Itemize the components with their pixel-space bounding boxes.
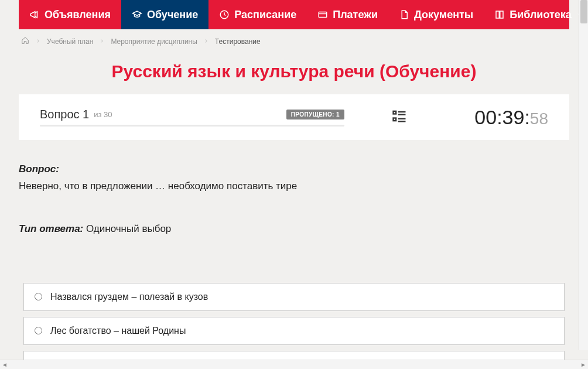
vertical-scrollbar[interactable] <box>579 0 588 350</box>
nav-label: Расписание <box>234 9 296 21</box>
scrollbar-thumb[interactable] <box>580 0 587 23</box>
answer-option[interactable]: Назвался груздем – полезай в кузов <box>23 283 565 311</box>
question-progress: Вопрос 1 из 30 ПРОПУЩЕНО: 1 <box>40 108 344 127</box>
status-bar: Вопрос 1 из 30 ПРОПУЩЕНО: 1 00:39:58 <box>19 94 569 140</box>
breadcrumb-item[interactable]: Мероприятие дисциплины <box>111 37 197 46</box>
nav-label: Библиотека <box>510 9 572 21</box>
megaphone-icon <box>29 9 40 20</box>
breadcrumb-current: Тестирование <box>215 37 261 46</box>
radio-input[interactable] <box>35 327 42 334</box>
nav-learning[interactable]: Обучение <box>121 0 208 29</box>
progress-bar <box>40 125 344 127</box>
question-body: Вопрос: Неверно, что в предложении … нео… <box>19 140 569 247</box>
nav-label: Платежи <box>333 9 378 21</box>
question-number: Вопрос 1 <box>40 108 89 121</box>
timer-seconds: 58 <box>530 110 548 128</box>
answer-type-label: Тип ответа: <box>19 223 83 234</box>
nav-payments[interactable]: Платежи <box>307 0 388 29</box>
nav-label: Объявления <box>45 9 111 21</box>
book-icon <box>494 9 505 20</box>
skipped-badge: ПРОПУЩЕНО: 1 <box>286 110 344 119</box>
option-text: Назвался груздем – полезай в кузов <box>50 292 208 302</box>
page-title: Русский язык и культура речи (Обучение) <box>19 62 569 81</box>
nav-documents[interactable]: Документы <box>388 0 484 29</box>
nav-announcements[interactable]: Объявления <box>19 0 121 29</box>
graduation-icon <box>132 9 142 20</box>
nav-library[interactable]: Библиотека <box>484 0 588 29</box>
document-icon <box>399 9 409 20</box>
svg-rect-2 <box>394 111 396 114</box>
timer-main: 00:39: <box>474 106 530 129</box>
scroll-left-icon[interactable]: ◄ <box>0 360 9 370</box>
svg-rect-3 <box>394 118 396 121</box>
svg-rect-1 <box>319 12 327 18</box>
answer-type: Тип ответа: Одиночный выбор <box>19 223 569 235</box>
chevron-right-icon <box>99 37 105 46</box>
breadcrumb: Учебный план Мероприятие дисциплины Тест… <box>19 29 569 53</box>
question-total: из 30 <box>94 110 112 119</box>
top-nav: Объявления Обучение Расписание Платежи <box>19 0 569 29</box>
question-text: Неверно, что в предложении … необходимо … <box>19 179 569 194</box>
clock-icon <box>219 9 230 20</box>
question-list-icon[interactable] <box>391 108 408 127</box>
home-icon[interactable] <box>21 36 29 46</box>
scroll-right-icon[interactable]: ► <box>579 360 588 370</box>
chevron-right-icon <box>203 37 209 46</box>
answer-option[interactable]: Закат – словно зарево пожара <box>23 351 565 360</box>
breadcrumb-item[interactable]: Учебный план <box>47 37 93 46</box>
option-text: Лес богатство – нашей Родины <box>50 326 186 336</box>
horizontal-scrollbar[interactable]: ◄ ► <box>0 360 588 369</box>
timer: 00:39:58 <box>474 106 548 129</box>
chevron-right-icon <box>35 37 41 46</box>
radio-input[interactable] <box>35 293 42 300</box>
nav-label: Обучение <box>147 9 198 21</box>
answer-option[interactable]: Лес богатство – нашей Родины <box>23 317 565 345</box>
question-label: Вопрос: <box>19 163 59 175</box>
nav-schedule[interactable]: Расписание <box>208 0 307 29</box>
answer-type-value: Одиночный выбор <box>86 223 171 234</box>
card-icon <box>317 9 328 20</box>
answer-options: Назвался груздем – полезай в кузов Лес б… <box>19 283 569 360</box>
nav-label: Документы <box>414 9 473 21</box>
